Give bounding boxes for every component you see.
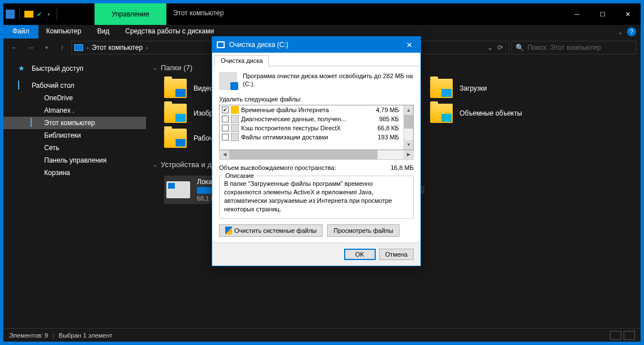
dialog-delete-label: Удалить следующие файлы: — [219, 96, 414, 103]
file-checkbox[interactable] — [222, 107, 229, 113]
cancel-button[interactable]: Отмена — [379, 249, 414, 260]
sidebar-this-pc[interactable]: Этот компьютер — [3, 117, 146, 129]
menu-file[interactable]: Файл — [3, 25, 38, 39]
file-checkbox[interactable] — [222, 134, 229, 140]
star-icon: ★ — [18, 64, 27, 73]
menu-computer[interactable]: Компьютер — [38, 25, 89, 39]
search-icon: 🔍 — [516, 44, 524, 52]
desktop-icon — [18, 80, 19, 90]
shield-icon — [225, 227, 232, 235]
qat-checkmark-icon[interactable]: ✔ — [37, 11, 42, 18]
folder-icon — [430, 104, 453, 123]
file-list-row[interactable]: Файлы оптимизации доставки193 МБ — [220, 133, 403, 142]
disk-cleanup-large-icon — [219, 72, 237, 90]
nav-back-button[interactable]: ← — [8, 41, 22, 54]
sidebar-desktop[interactable]: Рабочий стол — [3, 79, 146, 92]
file-size: 985 КБ — [379, 116, 401, 122]
pc-icon — [31, 118, 32, 127]
sidebar-control-panel[interactable]: Панель управления — [3, 154, 146, 167]
folder-icon — [164, 104, 187, 123]
file-icon — [231, 115, 239, 123]
status-selected: Выбран 1 элемент — [59, 332, 113, 339]
sidebar-recycle-bin[interactable]: Корзина — [3, 167, 146, 179]
clean-system-files-button[interactable]: Очистить системные файлы — [219, 224, 323, 237]
disk-cleanup-icon — [217, 41, 225, 48]
nav-recent-dropdown[interactable]: ▾ — [40, 41, 53, 54]
ok-button[interactable]: OK — [344, 249, 376, 260]
qat-folder-icon[interactable] — [24, 11, 33, 18]
list-horizontal-scrollbar[interactable]: ◀ ▶ — [219, 150, 414, 160]
scroll-down-button[interactable]: ▼ — [404, 140, 413, 150]
file-checkbox[interactable] — [222, 125, 229, 131]
file-list-row[interactable]: Диагностические данные, получен...985 КБ — [220, 114, 403, 123]
view-details-button[interactable] — [610, 331, 621, 340]
search-placeholder: Поиск: Этот компьютер — [527, 44, 601, 52]
folder-downloads[interactable]: Загрузки — [430, 79, 549, 98]
sidebar-network[interactable]: Сеть — [3, 142, 146, 154]
dialog-title: Очистка диска (C:) — [229, 41, 289, 49]
description-title: Описание — [223, 172, 256, 179]
folder-icon — [164, 129, 187, 148]
file-checkbox[interactable] — [222, 116, 229, 122]
file-size: 66,8 КБ — [377, 125, 401, 131]
list-vertical-scrollbar[interactable]: ▲ ▼ — [403, 105, 413, 150]
dialog-tabs: Очистка диска — [212, 53, 420, 66]
disk-cleanup-dialog: Очистка диска (C:) ✕ Очистка диска Прогр… — [212, 36, 421, 266]
sidebar-onedrive[interactable]: OneDrive — [3, 92, 146, 104]
scroll-thumb[interactable] — [229, 150, 377, 159]
close-button[interactable]: ✕ — [615, 3, 641, 25]
scroll-thumb[interactable] — [404, 115, 413, 129]
help-icon[interactable]: ? — [627, 27, 636, 36]
addressbar-chevron-icon[interactable]: › — [87, 45, 88, 51]
status-item-count: Элементов: 9 — [9, 332, 48, 339]
lock-icon — [231, 106, 239, 114]
scroll-right-button[interactable]: ▶ — [403, 150, 413, 159]
maximize-button[interactable]: ☐ — [590, 3, 615, 25]
view-icons-button[interactable] — [624, 331, 635, 340]
nav-forward-button[interactable]: → — [24, 41, 37, 54]
searchbox[interactable]: 🔍 Поиск: Этот компьютер — [512, 41, 636, 54]
statusbar: Элементов: 9 | Выбран 1 элемент — [3, 328, 641, 342]
dialog-tab-cleanup[interactable]: Очистка диска — [214, 55, 269, 66]
view-files-button[interactable]: Просмотреть файлы — [327, 224, 399, 237]
nav-up-button[interactable]: ↑ — [55, 41, 69, 54]
chevron-down-icon: ⌄ — [153, 161, 157, 168]
total-free-value: 16,8 МБ — [390, 164, 414, 171]
addressbar-refresh-icon[interactable]: ⟳ — [497, 44, 503, 52]
sidebar-libraries[interactable]: Библиотеки — [3, 129, 146, 142]
file-label: Кэш построителя текстуры DirectX — [241, 125, 375, 131]
folder-icon — [430, 79, 453, 98]
file-icon — [231, 133, 239, 141]
chevron-down-icon: ⌄ — [153, 65, 157, 71]
folder-icon — [164, 79, 187, 98]
menu-view[interactable]: Вид — [89, 25, 118, 39]
menu-disk-tools[interactable]: Средства работы с дисками — [117, 25, 222, 39]
navigation-pane: ★ Быстрый доступ Рабочий стол OneDrive A… — [3, 57, 146, 328]
dialog-intro-text: Программа очистки диска может освободить… — [243, 72, 414, 90]
description-text: В папке "Загруженные файлы программ" вре… — [224, 180, 409, 214]
scroll-left-button[interactable]: ◀ — [220, 150, 229, 159]
ribbon-tab-manage[interactable]: Управление — [95, 3, 166, 25]
dialog-close-button[interactable]: ✕ — [403, 41, 416, 49]
sidebar-quick-access[interactable]: ★ Быстрый доступ — [3, 62, 146, 75]
drive-icon — [166, 181, 190, 198]
file-size: 193 МБ — [377, 134, 401, 140]
titlebar: ✔ ▾ Управление Этот компьютер ─ ☐ ✕ — [3, 3, 641, 25]
window-title: Этот компьютер — [166, 3, 231, 25]
qat-dropdown-icon[interactable]: ▾ — [45, 12, 52, 17]
dialog-titlebar[interactable]: Очистка диска (C:) ✕ — [212, 37, 420, 53]
addressbar-chevron-icon[interactable]: › — [146, 45, 148, 51]
file-icon — [231, 124, 239, 132]
file-list-row[interactable]: Кэш построителя текстуры DirectX66,8 КБ — [220, 123, 403, 133]
ribbon-expand-icon[interactable]: ⌄ — [618, 29, 622, 35]
folder-3d-objects[interactable]: Объемные объекты — [430, 104, 549, 123]
file-label: Временные файлы Интернета — [241, 107, 373, 113]
file-label: Файлы оптимизации доставки — [241, 134, 375, 140]
minimize-button[interactable]: ─ — [564, 3, 590, 25]
addressbar-dropdown-icon[interactable]: ⌄ — [487, 44, 493, 52]
sidebar-user[interactable]: Almanex . — [3, 104, 146, 117]
file-size: 4,79 МБ — [376, 107, 401, 113]
addressbar-segment[interactable]: Этот компьютер — [92, 44, 143, 52]
file-list-row[interactable]: Временные файлы Интернета4,79 МБ — [220, 105, 403, 114]
scroll-up-button[interactable]: ▲ — [404, 105, 413, 115]
